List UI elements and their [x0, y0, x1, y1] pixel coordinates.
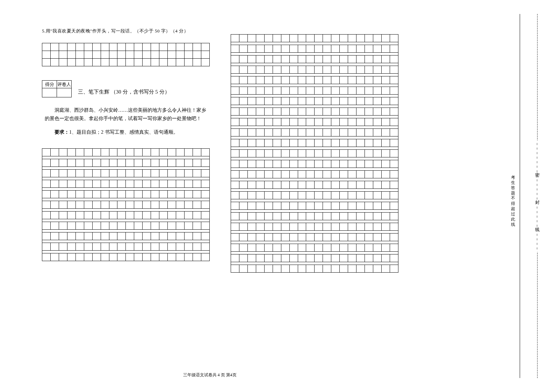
grid-cell[interactable] — [256, 45, 264, 53]
grid-cell[interactable] — [193, 59, 201, 66]
grid-cell[interactable] — [151, 222, 159, 230]
grid-cell[interactable] — [126, 212, 134, 219]
grid-cell[interactable] — [365, 150, 373, 157]
grid-cell[interactable] — [315, 87, 323, 95]
grid-cell[interactable] — [264, 139, 273, 147]
grid-cell[interactable] — [126, 170, 134, 177]
grid-cell[interactable] — [101, 149, 109, 156]
grid-cell[interactable] — [356, 56, 365, 63]
grid-cell[interactable] — [390, 45, 398, 53]
grid-cell[interactable] — [298, 150, 306, 157]
grid-cell[interactable] — [273, 87, 281, 95]
grid-cell[interactable] — [289, 192, 298, 199]
grid-cell[interactable] — [247, 192, 256, 199]
grid-cell[interactable] — [298, 87, 306, 95]
grid-cell[interactable] — [381, 87, 390, 95]
grid-cell[interactable] — [381, 45, 390, 53]
grid-cell[interactable] — [289, 56, 298, 63]
grid-cell[interactable] — [42, 149, 51, 156]
grid-cell[interactable] — [315, 160, 323, 168]
grid-cell[interactable] — [59, 170, 67, 177]
grid-cell[interactable] — [365, 265, 373, 273]
grid-cell[interactable] — [323, 160, 331, 168]
grid-cell[interactable] — [50, 243, 59, 251]
grid-cell[interactable] — [184, 170, 193, 177]
grid-cell[interactable] — [323, 129, 331, 136]
grid-cell[interactable] — [365, 129, 373, 136]
grid-cell[interactable] — [281, 45, 289, 53]
grid-cell[interactable] — [143, 170, 151, 177]
grid-cell[interactable] — [331, 56, 340, 63]
grid-cell[interactable] — [59, 253, 67, 261]
grid-cell[interactable] — [168, 51, 176, 59]
grid-cell[interactable] — [356, 160, 365, 168]
grid-cell[interactable] — [184, 232, 193, 240]
grid-cell[interactable] — [59, 149, 67, 156]
grid-cell[interactable] — [256, 223, 264, 231]
grid-cell[interactable] — [231, 56, 239, 63]
grid-cell[interactable] — [281, 244, 289, 252]
grid-cell[interactable] — [50, 180, 59, 188]
grid-cell[interactable] — [126, 59, 134, 66]
grid-cell[interactable] — [231, 244, 239, 252]
grid-cell[interactable] — [264, 244, 273, 252]
grid-cell[interactable] — [101, 232, 109, 240]
grid-cell[interactable] — [176, 243, 185, 251]
grid-cell[interactable] — [109, 253, 117, 261]
grid-cell[interactable] — [134, 170, 143, 177]
grid-cell[interactable] — [273, 234, 281, 241]
grid-cell[interactable] — [289, 234, 298, 241]
grid-cell[interactable] — [315, 108, 323, 116]
grid-cell[interactable] — [92, 59, 101, 66]
grid-cell[interactable] — [264, 108, 273, 116]
grid-cell[interactable] — [306, 244, 315, 252]
grid-cell[interactable] — [247, 45, 256, 53]
grid-cell[interactable] — [159, 191, 168, 198]
grid-cell[interactable] — [201, 149, 209, 156]
grid-cell[interactable] — [348, 234, 356, 241]
grid-cell[interactable] — [184, 59, 193, 66]
grid-cell[interactable] — [50, 170, 59, 177]
grid-cell[interactable] — [331, 150, 340, 157]
grid-cell[interactable] — [365, 202, 373, 210]
grid-cell[interactable] — [75, 51, 84, 59]
grid-cell[interactable] — [75, 243, 84, 251]
grid-cell[interactable] — [247, 181, 256, 189]
grid-cell[interactable] — [126, 149, 134, 156]
grid-cell[interactable] — [323, 181, 331, 189]
grid-cell[interactable] — [143, 222, 151, 230]
grid-cell[interactable] — [340, 181, 348, 189]
grid-cell[interactable] — [184, 159, 193, 167]
grid-cell[interactable] — [348, 192, 356, 199]
grid-cell[interactable] — [365, 66, 373, 74]
grid-cell[interactable] — [256, 97, 264, 105]
grid-cell[interactable] — [247, 202, 256, 210]
grid-cell[interactable] — [193, 232, 201, 240]
grid-cell[interactable] — [231, 181, 239, 189]
grid-cell[interactable] — [365, 171, 373, 178]
grid-cell[interactable] — [42, 232, 51, 240]
grid-cell[interactable] — [289, 87, 298, 95]
grid-cell[interactable] — [117, 149, 126, 156]
grid-cell[interactable] — [176, 59, 185, 66]
grid-cell[interactable] — [92, 159, 101, 167]
grid-cell[interactable] — [331, 254, 340, 262]
grid-cell[interactable] — [273, 108, 281, 116]
grid-cell[interactable] — [315, 244, 323, 252]
grid-cell[interactable] — [42, 222, 51, 230]
grid-cell[interactable] — [67, 201, 75, 209]
grid-cell[interactable] — [306, 97, 315, 105]
grid-cell[interactable] — [356, 35, 365, 42]
grid-cell[interactable] — [59, 180, 67, 188]
grid-cell[interactable] — [331, 97, 340, 105]
grid-cell[interactable] — [331, 129, 340, 136]
grid-cell[interactable] — [42, 212, 51, 219]
grid-cell[interactable] — [117, 170, 126, 177]
grid-cell[interactable] — [67, 43, 75, 51]
grid-cell[interactable] — [298, 213, 306, 220]
grid-cell[interactable] — [247, 223, 256, 231]
grid-cell[interactable] — [159, 43, 168, 51]
grid-cell[interactable] — [306, 192, 315, 199]
grid-cell[interactable] — [273, 35, 281, 42]
grid-cell[interactable] — [159, 212, 168, 219]
